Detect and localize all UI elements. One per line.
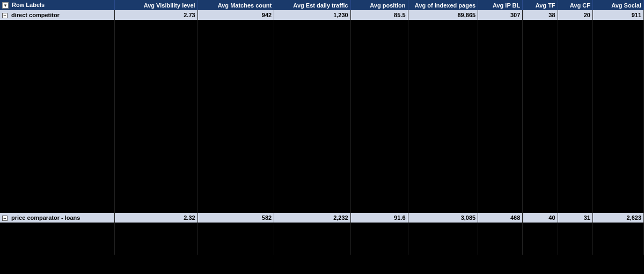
empty-cell	[0, 106, 115, 116]
empty-cell	[274, 233, 351, 244]
empty-cell	[592, 20, 643, 31]
cell-ipbl: 307	[478, 10, 523, 20]
col-header-row-labels[interactable]: ▼ Row Labels	[0, 0, 115, 10]
empty-cell	[274, 52, 351, 63]
empty-cell	[592, 73, 643, 84]
empty-cell	[274, 223, 351, 233]
empty-cell	[478, 20, 523, 31]
empty-cell	[478, 244, 523, 255]
empty-cell	[478, 31, 523, 41]
empty-cell	[408, 52, 478, 63]
empty-cell	[197, 31, 274, 41]
empty-cell	[197, 127, 274, 138]
empty-cell	[478, 191, 523, 202]
empty-cell	[478, 73, 523, 84]
empty-cell	[478, 127, 523, 138]
cell-social: 2,623	[592, 213, 643, 223]
empty-cell	[274, 63, 351, 73]
empty-cell	[592, 95, 643, 106]
empty-row	[0, 170, 644, 181]
empty-cell	[408, 223, 478, 233]
empty-cell	[523, 63, 558, 73]
empty-cell	[523, 159, 558, 170]
empty-cell	[592, 233, 643, 244]
empty-cell	[558, 223, 592, 233]
empty-cell	[115, 223, 197, 233]
empty-cell	[115, 149, 197, 159]
empty-cell	[350, 159, 408, 170]
col-header-social[interactable]: Avg Social	[592, 0, 643, 10]
col-header-cf[interactable]: Avg CF	[558, 0, 592, 10]
empty-cell	[523, 84, 558, 95]
empty-row	[0, 233, 644, 244]
empty-cell	[558, 191, 592, 202]
empty-cell	[558, 127, 592, 138]
table-row: − direct competitor 2.73 942 1,230 85.5 …	[0, 10, 644, 20]
empty-cell	[523, 95, 558, 106]
empty-cell	[558, 73, 592, 84]
empty-cell	[115, 41, 197, 52]
empty-cell	[115, 138, 197, 149]
empty-cell	[0, 52, 115, 63]
empty-row	[0, 73, 644, 84]
cell-matches: 942	[197, 10, 274, 20]
empty-cell	[478, 223, 523, 233]
empty-cell	[350, 223, 408, 233]
col-header-matches[interactable]: Avg Matches count	[197, 0, 274, 10]
empty-cell	[115, 20, 197, 31]
empty-cell	[408, 233, 478, 244]
col-header-ipbl[interactable]: Avg IP BL	[478, 0, 523, 10]
empty-cell	[523, 202, 558, 213]
empty-cell	[478, 41, 523, 52]
cell-indexed: 89,865	[408, 10, 478, 20]
col-header-indexed[interactable]: Avg of indexed pages	[408, 0, 478, 10]
empty-cell	[408, 41, 478, 52]
empty-cell	[350, 106, 408, 116]
cell-visibility: 2.32	[115, 213, 197, 223]
empty-cell	[115, 31, 197, 41]
empty-cell	[523, 116, 558, 127]
empty-cell	[523, 223, 558, 233]
cell-ipbl: 468	[478, 213, 523, 223]
cell-traffic: 1,230	[274, 10, 351, 20]
empty-cell	[558, 20, 592, 31]
empty-cell	[197, 52, 274, 63]
empty-cell	[0, 73, 115, 84]
empty-cell	[0, 95, 115, 106]
empty-cell	[115, 95, 197, 106]
empty-cell	[274, 127, 351, 138]
empty-cell	[0, 41, 115, 52]
empty-cell	[115, 84, 197, 95]
empty-cell	[408, 138, 478, 149]
empty-cell	[523, 244, 558, 255]
col-header-tf[interactable]: Avg TF	[523, 0, 558, 10]
col-header-position[interactable]: Avg position	[350, 0, 408, 10]
empty-cell	[408, 159, 478, 170]
empty-row	[0, 116, 644, 127]
expand-icon[interactable]: −	[2, 216, 8, 221]
empty-cell	[592, 244, 643, 255]
col-header-traffic[interactable]: Avg Est daily traffic	[274, 0, 351, 10]
empty-cell	[115, 202, 197, 213]
empty-cell	[115, 116, 197, 127]
empty-cell	[197, 20, 274, 31]
empty-cell	[523, 31, 558, 41]
empty-cell	[197, 95, 274, 106]
empty-cell	[274, 159, 351, 170]
empty-cell	[197, 202, 274, 213]
empty-cell	[592, 149, 643, 159]
empty-cell	[197, 170, 274, 181]
empty-cell	[0, 138, 115, 149]
empty-cell	[592, 63, 643, 73]
empty-cell	[115, 191, 197, 202]
col-header-visibility[interactable]: Avg Visibility level	[115, 0, 197, 10]
empty-cell	[408, 116, 478, 127]
empty-cell	[478, 95, 523, 106]
empty-cell	[0, 181, 115, 191]
empty-cell	[0, 223, 115, 233]
cell-cf: 20	[558, 10, 592, 20]
empty-cell	[558, 31, 592, 41]
cell-indexed: 3,085	[408, 213, 478, 223]
filter-icon: ▼	[2, 2, 9, 9]
expand-icon[interactable]: −	[2, 13, 8, 18]
